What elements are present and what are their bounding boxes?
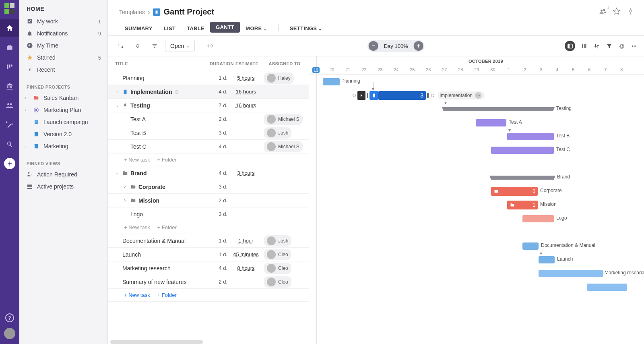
- more-dots-icon[interactable]: ⋯: [475, 92, 481, 99]
- task-row[interactable]: Test B 3 d. Josh: [108, 126, 309, 140]
- columns-icon[interactable]: [581, 43, 588, 50]
- open-dropdown[interactable]: Open⌄: [165, 40, 195, 52]
- user-avatar[interactable]: [4, 328, 15, 339]
- zoom-out-button[interactable]: −: [369, 41, 378, 51]
- help-icon[interactable]: ?: [5, 313, 14, 322]
- project-version[interactable]: Version 2.0: [19, 128, 107, 140]
- rail-board[interactable]: [0, 58, 19, 76]
- task-row[interactable]: Documentation & Manual 1 d. 1 hour Josh: [108, 234, 309, 248]
- project-marketing[interactable]: ›Marketing: [19, 140, 107, 152]
- bar-mission[interactable]: 1: [507, 201, 538, 209]
- sidebar-my-work[interactable]: My work1: [19, 15, 107, 27]
- bar-doc[interactable]: [522, 242, 539, 250]
- jump-to-today-icon[interactable]: [204, 40, 217, 52]
- tab-table[interactable]: TABLE: [181, 21, 210, 35]
- rail-magic[interactable]: [0, 116, 19, 134]
- assignee-chip[interactable]: Cleo: [264, 276, 291, 288]
- impl-marker-start[interactable]: [357, 91, 365, 100]
- group-brand[interactable]: [491, 176, 554, 180]
- assignee-chip[interactable]: Josh: [264, 127, 291, 139]
- assignee-chip[interactable]: Michael S: [264, 114, 303, 125]
- task-row[interactable]: > Mission 2 d.: [108, 194, 309, 207]
- layout-split-icon[interactable]: [565, 41, 575, 51]
- new-task-link[interactable]: + New task: [124, 224, 150, 230]
- task-row[interactable]: Planning 1 d. 5 hours Haley: [108, 71, 309, 85]
- task-row[interactable]: ⌄ Brand 4 d. 3 hours: [108, 166, 309, 180]
- project-marketing-plan[interactable]: ›Marketing Plan: [19, 104, 107, 116]
- task-row[interactable]: Test C 4 d. Michael S: [108, 140, 309, 153]
- bar-test-b[interactable]: [507, 133, 554, 140]
- sidebar-starred[interactable]: Starred5: [19, 52, 107, 64]
- project-sales-kanban[interactable]: ›Sales Kanban: [19, 92, 107, 104]
- bar-logo[interactable]: [522, 215, 554, 222]
- task-row[interactable]: Launch 1 d. 45 minutes Cleo: [108, 248, 309, 261]
- pin-icon[interactable]: [626, 7, 634, 17]
- breadcrumb-templates[interactable]: Templates: [119, 9, 145, 15]
- rail-home[interactable]: [0, 19, 19, 37]
- row-more-icon[interactable]: ⊙: [174, 89, 179, 95]
- rail-bank[interactable]: [0, 77, 19, 95]
- new-folder-link[interactable]: + Folder: [157, 157, 177, 163]
- assignee-chip[interactable]: Michael S: [264, 141, 303, 152]
- view-action-required[interactable]: Action Required: [19, 168, 107, 180]
- tab-list[interactable]: LIST: [158, 21, 181, 35]
- expand-caret[interactable]: ›: [114, 89, 120, 94]
- settings-icon[interactable]: [618, 43, 625, 50]
- filter-icon[interactable]: [606, 43, 613, 50]
- bar-corporate[interactable]: 0: [491, 187, 538, 196]
- assignee-chip[interactable]: Cleo: [264, 249, 291, 260]
- bar-test-c[interactable]: [491, 147, 554, 154]
- col-estimate[interactable]: ESTIMATE: [231, 56, 260, 71]
- task-row[interactable]: Test A 2 d. Michael S: [108, 112, 309, 126]
- task-row[interactable]: Logo 2 d.: [108, 207, 309, 221]
- zoom-in-button[interactable]: +: [414, 41, 423, 51]
- new-folder-link[interactable]: + Folder: [157, 292, 177, 298]
- expand-caret[interactable]: ⌄: [114, 171, 120, 175]
- rail-search[interactable]: [0, 135, 19, 153]
- horizontal-scrollbar[interactable]: [110, 340, 203, 344]
- task-row[interactable]: Summary of new features 2 d. Cleo: [108, 275, 309, 289]
- expand-caret[interactable]: >: [122, 198, 128, 203]
- expand-icon[interactable]: [114, 40, 127, 52]
- assignee-chip[interactable]: Haley: [264, 73, 294, 84]
- rail-briefcase[interactable]: [0, 39, 19, 56]
- tab-gantt[interactable]: GANTT: [210, 22, 240, 33]
- group-testing[interactable]: [444, 107, 553, 111]
- project-launch-campaign[interactable]: Launch campaign: [19, 116, 107, 128]
- zoom-label[interactable]: Day 100%: [378, 43, 414, 49]
- sort-icon[interactable]: [593, 43, 600, 50]
- bar-test-a[interactable]: [476, 119, 506, 126]
- bar-marketing[interactable]: [539, 270, 603, 277]
- expand-caret[interactable]: ⌄: [114, 103, 120, 108]
- bar-planning[interactable]: [323, 78, 340, 85]
- tab-summary[interactable]: SUMMARY: [119, 21, 158, 35]
- new-task-link[interactable]: + New task: [124, 157, 150, 163]
- col-duration[interactable]: DURATION: [206, 56, 231, 71]
- rail-add-button[interactable]: +: [4, 158, 15, 169]
- view-active-projects[interactable]: Active projects: [19, 180, 107, 193]
- impl-pill[interactable]: Implementation ⋯: [438, 91, 485, 99]
- share-icon[interactable]: 4: [599, 7, 607, 17]
- more-icon[interactable]: [631, 43, 638, 50]
- task-row[interactable]: Marketing research 4 d. 8 hours Cleo: [108, 261, 309, 275]
- assignee-chip[interactable]: Cleo: [264, 263, 291, 274]
- assignee-chip[interactable]: Josh: [264, 235, 291, 247]
- new-folder-link[interactable]: + Folder: [157, 224, 177, 230]
- task-row[interactable]: ⌄ Testing 7 d. 16 hours: [108, 99, 309, 112]
- tab-more[interactable]: MORE⌄: [240, 21, 272, 35]
- timeline[interactable]: OCTOBER 2019 192021222324252627282930123…: [309, 56, 644, 344]
- filter-rows-icon[interactable]: [148, 40, 161, 52]
- bar-summary[interactable]: [587, 284, 627, 291]
- col-assigned[interactable]: ASSIGNED TO: [260, 56, 309, 71]
- sidebar-my-time[interactable]: My Time: [19, 39, 107, 52]
- bar-launch[interactable]: [539, 256, 555, 263]
- expand-caret[interactable]: >: [122, 184, 128, 189]
- star-icon[interactable]: [613, 7, 621, 17]
- tab-settings[interactable]: SETTINGS⌄: [284, 21, 328, 35]
- col-title[interactable]: TITLE: [108, 56, 206, 71]
- bar-implementation[interactable]: 3: [378, 91, 426, 100]
- sidebar-notifications[interactable]: Notifications9: [19, 27, 107, 39]
- sidebar-recent[interactable]: Recent: [19, 64, 107, 76]
- rail-people[interactable]: [0, 97, 19, 114]
- impl-doc-icon[interactable]: [369, 91, 378, 100]
